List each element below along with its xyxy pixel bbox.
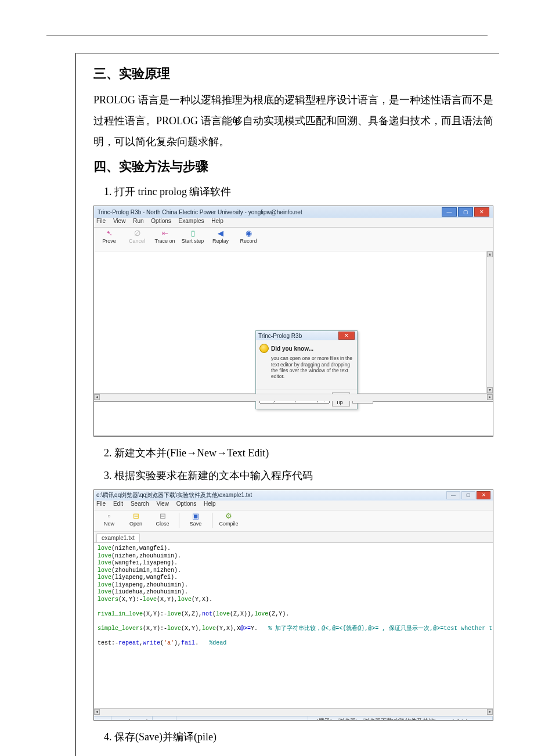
replay-icon: ◀ <box>218 229 223 238</box>
etb-save[interactable]: ▣ Save <box>184 512 207 527</box>
code: love <box>143 596 157 603</box>
code: (Z,Y). <box>268 611 289 617</box>
editor-max-button[interactable]: ▢ <box>461 491 475 499</box>
editor-statusbar: 1:1 Not changed Insert e:\腾讯\qq浏览器\qq浏览器… <box>94 716 493 721</box>
code-editor[interactable]: love(nizhen,wangfei). love(nizhen,zhouhu… <box>94 543 493 708</box>
window-buttons: — ▢ ✕ <box>442 207 489 217</box>
editor-toolbar: ▫ New ⊟ Open ⊟ Close ▣ Save <box>94 510 493 532</box>
code: (nizhen,wangfei). <box>111 545 171 552</box>
tb-record[interactable]: ◉ Record <box>237 229 260 244</box>
step2: 2. 新建文本并(Flie→New→Text Edit) <box>104 444 493 462</box>
code: ), <box>174 640 181 646</box>
code: . <box>195 640 209 646</box>
code: love <box>178 596 192 603</box>
emenu-help[interactable]: Help <box>204 501 216 507</box>
status-changed: Not changed <box>111 717 153 721</box>
new-icon: ▫ <box>108 512 111 521</box>
maximize-button[interactable]: ▢ <box>458 207 473 217</box>
scroll-down-icon[interactable]: ▾ <box>487 387 493 393</box>
tb-cancel-label: Cancel <box>129 238 145 244</box>
status-pos: 1:1 <box>94 717 111 721</box>
emenu-search[interactable]: Search <box>131 501 149 507</box>
editor-menubar: File Edit Search View Options Help <box>94 501 493 510</box>
etb-compile[interactable]: ⚙ Compile <box>217 512 240 527</box>
save-icon: ▣ <box>192 512 199 521</box>
code: love <box>216 611 230 617</box>
code: (X,Y):- <box>143 625 167 632</box>
editor-window-buttons: — ▢ ✕ <box>446 491 490 499</box>
etb-open-label: Open <box>129 521 142 527</box>
etb-save-label: Save <box>190 521 202 527</box>
section4-heading: 四、实验方法与步骤 <box>93 158 493 175</box>
code: love <box>98 582 111 588</box>
emenu-file[interactable]: File <box>96 501 106 507</box>
dialog-heading: Did you know... <box>271 345 313 352</box>
title-text: Trinc-Prolog R3b - North China Electric … <box>98 209 302 215</box>
etb-open[interactable]: ⊟ Open <box>124 512 147 527</box>
code: simple_lovers <box>98 625 143 632</box>
horizontal-scrollbar[interactable]: ◂ ▸ <box>94 394 493 401</box>
menu-help[interactable]: Help <box>211 218 223 224</box>
code: rival_in_love <box>98 611 143 617</box>
dialog-close-button[interactable]: ✕ <box>338 332 355 340</box>
code: 'a' <box>164 640 174 646</box>
step4: 4. 保存(Save)并编译(pile) <box>104 728 493 746</box>
code: (liyapeng,wangfei). <box>111 574 178 581</box>
scroll-left-icon[interactable]: ◂ <box>94 394 100 400</box>
menu-options[interactable]: Options <box>151 218 171 224</box>
code: love <box>167 611 181 617</box>
minimize-button[interactable]: — <box>442 207 457 217</box>
tb-traceon[interactable]: ⇤ Trace on <box>153 229 176 244</box>
menu-file[interactable]: File <box>96 218 106 224</box>
menu-examples[interactable]: Examples <box>179 218 204 224</box>
tb-startstep-label: Start step <box>182 238 204 244</box>
code: (Y,X). <box>192 596 212 603</box>
editor-min-button[interactable]: — <box>446 491 460 499</box>
screenshot-editor: e:\腾讯qq浏览器\qq浏览器下载\实验软件及其他\example1.txt … <box>93 489 493 721</box>
dialog-heading-row: Did you know... <box>259 344 353 353</box>
tb-replay[interactable]: ◀ Replay <box>209 229 232 244</box>
editor-title: e:\腾讯qq浏览器\qq浏览器下载\实验软件及其他\example1.txt <box>96 491 252 499</box>
tabstrip: example1.txt <box>94 532 493 543</box>
emenu-view[interactable]: View <box>156 501 169 507</box>
editor-horizontal-scrollbar[interactable]: ◂ ▸ <box>94 708 493 716</box>
code: % 加了字符串比较，@<,@=<{就看@},@>= , 保证只显示一次,@>=t… <box>268 625 493 632</box>
step1: 1. 打开 trinc prolog 编译软件 <box>104 182 493 201</box>
code: love <box>98 589 111 595</box>
menu-view[interactable]: View <box>113 218 126 224</box>
editor-titlebar: e:\腾讯qq浏览器\qq浏览器下载\实验软件及其他\example1.txt … <box>94 490 493 501</box>
emenu-options[interactable]: Options <box>176 501 196 507</box>
status-path: e:\腾讯\qq浏览器\qq浏览器下载\实验软件及其他\example1.txt <box>308 717 493 721</box>
canvas-area: ▴ ▾ Trinc-Prolog R3b ✕ Did you know... <box>94 251 493 394</box>
etb-new[interactable]: ▫ New <box>98 512 121 527</box>
code: write <box>143 640 160 646</box>
scroll-right-icon[interactable]: ▸ <box>487 394 493 400</box>
tb-startstep[interactable]: ▯ Start step <box>181 229 204 244</box>
close-button[interactable]: ✕ <box>474 207 489 217</box>
dialog-title: Trinc-Prolog R3b <box>258 333 302 339</box>
tb-prove[interactable]: ➷ Prove <box>98 229 121 244</box>
prove-icon: ➷ <box>106 229 113 238</box>
code: love <box>167 625 181 632</box>
status-spacer <box>176 717 308 721</box>
code: love <box>98 545 111 552</box>
code: (X,Y):- <box>118 596 143 603</box>
code: %dead <box>209 640 226 646</box>
scroll-left-icon[interactable]: ◂ <box>94 709 100 715</box>
menu-run[interactable]: Run <box>133 218 143 224</box>
code: love <box>254 611 268 617</box>
etb-close[interactable]: ⊟ Close <box>151 512 174 527</box>
startstep-icon: ▯ <box>191 229 195 238</box>
editor-close-button[interactable]: ✕ <box>477 491 490 499</box>
scroll-right-icon[interactable]: ▸ <box>487 709 493 715</box>
page: 三、实验原理 PROLOG 语言是一种以逻辑推理为根底的逻辑型程序设计语言，是一… <box>0 0 534 756</box>
emenu-edit[interactable]: Edit <box>113 501 123 507</box>
code: (zhouhuimin,nizhen). <box>111 567 181 574</box>
section3-body: PROLOG 语言是一种以逻辑推理为根底的逻辑型程序设计语言，是一种述性语言而不… <box>93 89 493 152</box>
file-tab[interactable]: example1.txt <box>96 533 140 542</box>
vertical-scrollbar[interactable]: ▴ ▾ <box>486 251 493 393</box>
cancel-icon: ∅ <box>134 229 140 238</box>
traceon-icon: ⇤ <box>162 229 168 238</box>
scroll-up-icon[interactable]: ▴ <box>487 251 493 257</box>
step3: 3. 根据实验要求在新建的文本中输入程序代码 <box>104 466 493 485</box>
